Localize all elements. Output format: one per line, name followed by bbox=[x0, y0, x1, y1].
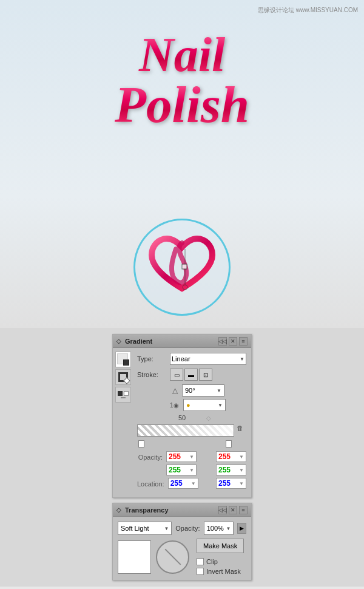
checkbox-group: Clip Invert Mask bbox=[197, 558, 244, 575]
transparency-header-left: ◇ Transparency bbox=[116, 506, 169, 514]
type-value: Linear bbox=[172, 355, 190, 363]
blending-mode-value: Soft Light bbox=[121, 525, 149, 532]
gradient-panel-title: Gradient bbox=[125, 338, 152, 345]
opacity-select[interactable]: 100% ▼ bbox=[204, 522, 234, 535]
r-right-arrow: ▼ bbox=[239, 454, 244, 460]
mask-controls: Make Mask Clip Invert Mask bbox=[197, 539, 244, 575]
b-row-right: 255 ▼ bbox=[203, 478, 246, 490]
gradient-stop-right[interactable] bbox=[226, 440, 232, 448]
gradient-panel-header: ◇ Gradient ◁◁ ✕ ≡ bbox=[113, 335, 251, 348]
r-right-value: 255 bbox=[218, 452, 231, 461]
loc-arrow-icon: ▼ bbox=[218, 403, 223, 408]
polish-text: Polish bbox=[115, 79, 249, 131]
gradient-loc-row: 1◉ ● ▼ bbox=[137, 399, 246, 411]
angle-value: 90° bbox=[185, 387, 195, 394]
gradient-stroke-icon[interactable] bbox=[115, 369, 131, 385]
panels-area: ◇ Gradient ◁◁ ✕ ≡ bbox=[0, 328, 364, 587]
transparency-panel-title: Transparency bbox=[125, 506, 169, 514]
gradient-panel-controls[interactable]: ◁◁ ✕ ≡ bbox=[218, 337, 248, 346]
gradient-type-row: Type: Linear ▼ bbox=[137, 353, 246, 365]
gradient-panel: ◇ Gradient ◁◁ ✕ ≡ bbox=[112, 334, 252, 498]
b-left-box[interactable]: 255 ▼ bbox=[168, 478, 198, 489]
g-right-box[interactable]: 255 ▼ bbox=[216, 465, 246, 475]
mask-preview-box[interactable] bbox=[118, 540, 151, 574]
gradient-color-values: Opacity: 255 ▼ 255 ▼ Lo bbox=[137, 451, 246, 491]
b-left-arrow: ▼ bbox=[191, 481, 196, 486]
gradient-minimize-btn[interactable]: ◁◁ bbox=[218, 337, 227, 346]
g-left-arrow: ▼ bbox=[189, 468, 194, 473]
g-row-right: 255 ▼ bbox=[203, 465, 246, 477]
opacity-label: Opacity: bbox=[137, 454, 163, 461]
invert-checkbox-row[interactable]: Invert Mask bbox=[197, 568, 244, 575]
stroke-btn-2[interactable]: ▬ bbox=[184, 369, 198, 381]
gradient-stop-left[interactable] bbox=[138, 440, 144, 448]
transparency-menu-btn[interactable]: ≡ bbox=[239, 506, 248, 514]
location-row-left: Location: 255 ▼ bbox=[137, 478, 198, 490]
clip-label: Clip bbox=[206, 558, 218, 565]
gradient-close-btn[interactable]: ✕ bbox=[229, 337, 237, 346]
trash-icon[interactable]: 🗑 bbox=[237, 424, 246, 434]
r-left-arrow: ▼ bbox=[189, 454, 194, 460]
gradient-left-icons bbox=[115, 352, 131, 403]
angle-icon: △ bbox=[170, 386, 180, 395]
gradient-header-left: ◇ Gradient bbox=[116, 338, 152, 345]
transparency-panel-controls[interactable]: ◁◁ ✕ ≡ bbox=[218, 506, 248, 514]
g-row-left: 255 ▼ bbox=[137, 465, 198, 477]
location-value-row: 50 ◇ bbox=[137, 414, 246, 422]
invert-label: Invert Mask bbox=[206, 568, 241, 575]
gradient-bar-wrapper: 🗑 bbox=[137, 424, 246, 437]
gradient-stops bbox=[137, 440, 233, 448]
clip-checkbox[interactable] bbox=[197, 558, 204, 565]
stroke-btn-3[interactable]: ⊡ bbox=[199, 369, 212, 381]
invert-checkbox[interactable] bbox=[197, 568, 204, 575]
transparency-panel-body: Soft Light ▼ Opacity: 100% ▼ ▶ Make Mask bbox=[113, 517, 251, 580]
r-left-box[interactable]: 255 ▼ bbox=[166, 451, 197, 462]
g-left-box[interactable]: 255 ▼ bbox=[166, 465, 197, 475]
loc-select[interactable]: ● ▼ bbox=[183, 399, 226, 411]
angle-arrow-icon: ▼ bbox=[217, 388, 221, 393]
circle-slash-icon[interactable] bbox=[156, 540, 189, 574]
b-right-box[interactable]: 255 ▼ bbox=[216, 478, 246, 489]
type-arrow-icon: ▼ bbox=[240, 356, 244, 362]
opacity-play-btn[interactable]: ▶ bbox=[237, 523, 246, 534]
stroke-btn-1[interactable]: ▭ bbox=[170, 369, 183, 381]
r-right-box[interactable]: 255 ▼ bbox=[216, 451, 246, 462]
gradient-left-col: Opacity: 255 ▼ 255 ▼ Lo bbox=[137, 451, 198, 491]
transparency-diamond-icon: ◇ bbox=[116, 506, 121, 513]
angle-select[interactable]: 90° ▼ bbox=[182, 384, 224, 397]
clip-checkbox-row[interactable]: Clip bbox=[197, 558, 244, 565]
svg-rect-1 bbox=[182, 264, 187, 269]
transparency-panel: ◇ Transparency ◁◁ ✕ ≡ Soft Light ▼ Opaci… bbox=[112, 503, 252, 580]
blending-mode-select[interactable]: Soft Light ▼ bbox=[118, 522, 172, 535]
nail-text: Nail bbox=[115, 30, 249, 79]
gradient-menu-btn[interactable]: ≡ bbox=[239, 337, 248, 346]
blending-arrow-icon: ▼ bbox=[164, 526, 169, 531]
watermark: 思缘设计论坛 www.MISSYUAN.COM bbox=[258, 6, 358, 15]
type-select[interactable]: Linear ▼ bbox=[170, 353, 246, 365]
gradient-bar[interactable] bbox=[137, 424, 234, 437]
gradient-panel-body: Type: Linear ▼ Stroke: ▭ ▬ ⊡ △ 90° bbox=[113, 348, 251, 497]
transparency-minimize-btn[interactable]: ◁◁ bbox=[218, 506, 227, 514]
stroke-label: Stroke: bbox=[137, 371, 167, 378]
opacity-row-right: 255 ▼ bbox=[203, 451, 246, 463]
heart-circle bbox=[133, 219, 231, 316]
loc-icon: 1◉ bbox=[170, 402, 181, 409]
location-label: Location: bbox=[137, 480, 164, 488]
transparency-close-btn[interactable]: ✕ bbox=[229, 506, 237, 514]
title-container: Nail Polish bbox=[115, 30, 249, 131]
opacity-value: 100% bbox=[207, 525, 224, 532]
gradient-swatch-icon[interactable] bbox=[115, 352, 131, 367]
stroke-buttons[interactable]: ▭ ▬ ⊡ bbox=[170, 369, 212, 381]
opacity-label: Opacity: bbox=[175, 525, 200, 532]
gradient-right-col: 255 ▼ 255 ▼ 255 ▼ bbox=[203, 451, 246, 491]
gradient-extra-icon[interactable] bbox=[115, 387, 131, 403]
b-right-value: 255 bbox=[218, 479, 231, 488]
opacity-row-left: Opacity: 255 ▼ bbox=[137, 451, 198, 463]
b-right-arrow: ▼ bbox=[239, 481, 244, 486]
location-diamond: ◇ bbox=[206, 415, 211, 421]
g-right-arrow: ▼ bbox=[239, 468, 244, 473]
loc-value-icon: ● bbox=[186, 401, 190, 409]
opacity-arrow-icon: ▼ bbox=[226, 526, 231, 531]
make-mask-button[interactable]: Make Mask bbox=[197, 539, 244, 553]
g-right-value: 255 bbox=[218, 466, 231, 474]
